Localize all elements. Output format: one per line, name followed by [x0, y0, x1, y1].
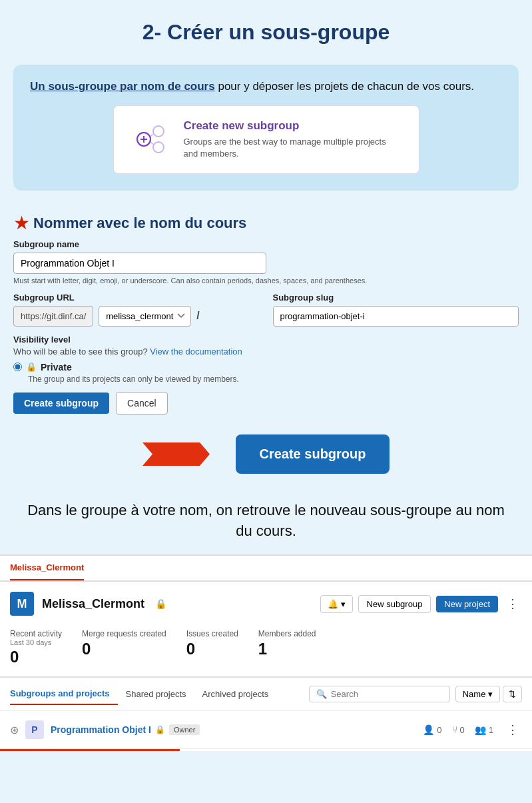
subgroup-icon — [131, 119, 170, 159]
url-col: Subgroup URL https://git.dinf.ca/ meliss… — [13, 293, 260, 327]
proj-info: Programmation Objet I 🔒 Owner — [51, 724, 200, 735]
intro-card: Un sous-groupe par nom de cours pour y d… — [13, 65, 519, 191]
projects-header: Subgroups and projects Shared projects A… — [0, 678, 532, 711]
form-section: ★ Nommer avec le nom du cours Subgroup n… — [0, 204, 532, 421]
gitlab-group-lock: 🔒 — [155, 598, 166, 609]
proj-stat-members: 👤 0 — [423, 724, 441, 735]
stat-members: Members added 1 — [258, 629, 316, 666]
proj-lock-icon: 🔒 — [155, 725, 165, 734]
proj-icon: P — [25, 720, 44, 739]
url-prefix: https://git.dinf.ca/ — [13, 306, 93, 327]
slug-input-row — [273, 306, 519, 327]
view-doc-link[interactable]: View the documentation — [150, 347, 242, 357]
intro-text: Un sous-groupe par nom de cours pour y d… — [30, 78, 502, 95]
star-label: Nommer avec le nom du cours — [33, 215, 246, 232]
tab-archived-projects[interactable]: Archived projects — [202, 684, 277, 704]
proj-stat-forks: ⑂ 0 — [452, 724, 465, 735]
search-input[interactable] — [331, 689, 443, 699]
stat-recent-activity: Recent activity Last 30 days 0 — [10, 629, 62, 666]
gitlab-group-name: Melissa_Clermont — [42, 597, 144, 611]
subgroup-name-input[interactable] — [13, 253, 266, 274]
more-options-button[interactable]: ⋮ — [503, 593, 522, 614]
subgroup-name-label: Subgroup name — [13, 239, 519, 249]
project-orange-bar — [0, 749, 180, 751]
project-row-right: 👤 0 ⑂ 0 👥 1 ⋮ — [423, 719, 522, 740]
url-separator: / — [196, 310, 199, 322]
new-subgroup-button[interactable]: New subgroup — [358, 595, 431, 613]
sort-name-button[interactable]: Name ▾ — [455, 686, 500, 702]
search-icon: 🔍 — [316, 689, 327, 699]
proj-icon-letter: P — [31, 724, 37, 735]
visibility-section: Visibility level Who will be able to see… — [13, 335, 519, 384]
gitlab-header-right: 🔔 ▾ New subgroup New project ⋮ — [320, 593, 522, 614]
gitlab-header: M Melissa_Clermont 🔒 🔔 ▾ New subgroup Ne… — [0, 582, 532, 622]
star-row: ★ Nommer avec le nom du cours — [13, 214, 519, 233]
bell-button[interactable]: 🔔 ▾ — [320, 595, 353, 613]
bell-chevron: ▾ — [341, 599, 346, 609]
private-label: Private — [41, 362, 72, 373]
proj-badge: Owner — [169, 724, 200, 735]
create-subgroup-box: Create new subgroup Groups are the best … — [113, 105, 419, 174]
people-icon: 👥 — [475, 724, 486, 735]
subgroup-bullet-icon: ⊛ — [10, 724, 19, 736]
lock-icon: 🔒 — [26, 362, 37, 372]
tab-shared-projects[interactable]: Shared projects — [126, 684, 194, 704]
proj-stat-stars: 👥 1 — [475, 724, 493, 735]
gitlab-avatar: M — [10, 592, 34, 616]
fork-icon: ⑂ — [452, 724, 457, 735]
visibility-question: Who will be able to see this group? View… — [13, 347, 519, 357]
tab-subgroups-projects[interactable]: Subgroups and projects — [10, 683, 118, 705]
stat-issues: Issues created 0 — [186, 629, 238, 666]
create-subgroup-text: Create new subgroup Groups are the best … — [184, 119, 402, 160]
slug-label: Subgroup slug — [273, 293, 519, 303]
gitlab-stats: Recent activity Last 30 days 0 Merge req… — [0, 622, 532, 676]
cancel-button[interactable]: Cancel — [116, 392, 168, 414]
members-icon: 👤 — [423, 724, 434, 735]
sort-order-button[interactable]: ⇅ — [503, 686, 522, 702]
project-more-button[interactable]: ⋮ — [503, 719, 522, 740]
form-btn-row: Create subgroup Cancel — [13, 392, 519, 414]
stat-merge-requests: Merge requests created 0 — [82, 629, 166, 666]
project-row: ⊛ P Programmation Objet I 🔒 Owner 👤 0 — [0, 711, 532, 749]
gitlab-tab-melissa[interactable]: Melissa_Clermont — [10, 556, 84, 580]
slug-col: Subgroup slug — [273, 293, 519, 327]
private-desc: The group and its projects can only be v… — [28, 375, 519, 384]
create-subgroup-big-button[interactable]: Create subgroup — [236, 434, 389, 474]
star-icon: ★ — [13, 214, 30, 233]
proj-name[interactable]: Programmation Objet I — [51, 724, 151, 735]
gitlab-section: Melissa_Clermont M Melissa_Clermont 🔒 🔔 … — [0, 554, 532, 751]
visibility-title: Visibility level — [13, 335, 519, 345]
private-radio[interactable] — [13, 363, 22, 371]
new-project-button[interactable]: New project — [436, 596, 498, 612]
slug-input[interactable] — [273, 306, 519, 327]
svg-point-2 — [153, 142, 164, 153]
url-row-container: Subgroup URL https://git.dinf.ca/ meliss… — [13, 293, 519, 327]
url-label: Subgroup URL — [13, 293, 260, 303]
search-box: 🔍 — [309, 686, 450, 702]
proj-name-row: Programmation Objet I 🔒 Owner — [51, 724, 200, 735]
project-row-left: ⊛ P Programmation Objet I 🔒 Owner — [10, 720, 200, 739]
gitlab-tab-bar: Melissa_Clermont — [0, 556, 532, 582]
subgroup-name-hint: Must start with letter, digit, emoji, or… — [13, 277, 519, 285]
url-select[interactable]: melissa_clermont — [99, 306, 191, 327]
cta-row: Create subgroup — [0, 421, 532, 490]
private-radio-row: 🔒 Private — [13, 362, 519, 373]
page-title: 2- Créer un sous-groupe — [0, 13, 532, 58]
create-subgroup-button[interactable]: Create subgroup — [13, 393, 109, 414]
create-subgroup-desc: Groups are the best way to manage multip… — [184, 136, 402, 160]
bell-icon: 🔔 — [328, 599, 338, 609]
arrows-icon — [142, 436, 229, 472]
url-input-row: https://git.dinf.ca/ melissa_clermont / — [13, 306, 260, 327]
svg-point-1 — [153, 126, 164, 137]
explanation-text: Dans le groupe à votre nom, on retrouve … — [0, 490, 532, 555]
create-subgroup-title: Create new subgroup — [184, 119, 402, 133]
